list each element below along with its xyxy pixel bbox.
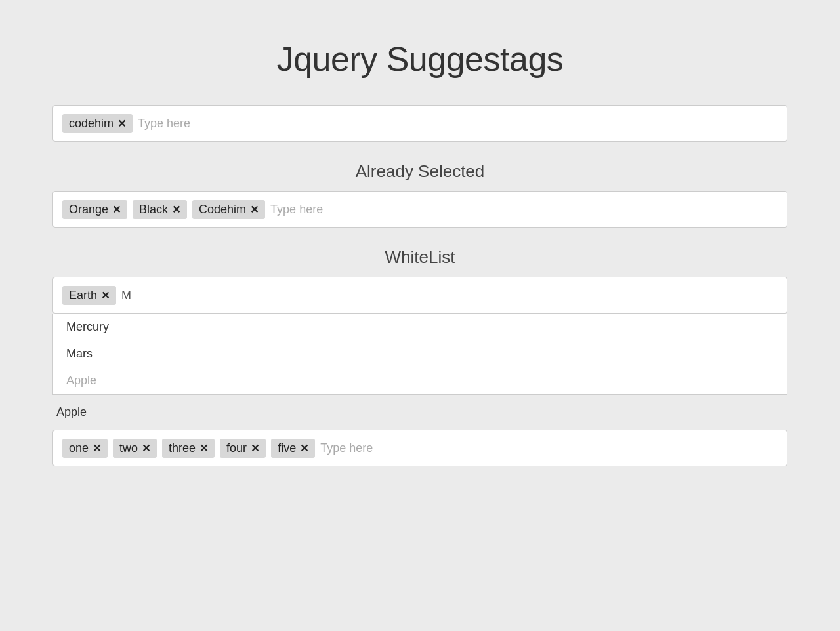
tag-black-label: Black <box>139 203 168 216</box>
tag-four: four ✕ <box>220 439 266 458</box>
section2: Already Selected Orange ✕ Black ✕ Codehi… <box>52 161 788 228</box>
tag-three-close[interactable]: ✕ <box>200 442 208 455</box>
tag-codehim-close[interactable]: ✕ <box>117 117 126 130</box>
tag-codehim2-close[interactable]: ✕ <box>250 203 259 216</box>
tag-three-label: three <box>169 441 196 455</box>
tag-earth: Earth ✕ <box>62 286 116 305</box>
tag-orange-label: Orange <box>69 203 108 216</box>
section1-placeholder: Type here <box>138 117 190 131</box>
dropdown-item-mercury[interactable]: Mercury <box>53 314 787 340</box>
tag-five-close[interactable]: ✕ <box>300 442 308 455</box>
tag-five: five ✕ <box>271 439 315 458</box>
tag-one-close[interactable]: ✕ <box>93 442 101 455</box>
tag-two: two ✕ <box>113 439 157 458</box>
section1: codehim ✕ Type here <box>52 105 788 142</box>
tag-codehim2-label: Codehim <box>199 203 246 216</box>
tag-orange-close[interactable]: ✕ <box>112 203 121 216</box>
tag-four-close[interactable]: ✕ <box>251 442 259 455</box>
section2-placeholder: Type here <box>270 203 323 216</box>
tag-two-label: two <box>119 441 138 455</box>
tag-codehim: codehim ✕ <box>62 114 133 133</box>
tag-five-label: five <box>278 441 296 455</box>
section3: WhiteList Earth ✕ M Mercury Mars Apple A… <box>52 247 788 423</box>
section2-label: Already Selected <box>52 161 788 182</box>
section4: one ✕ two ✕ three ✕ four ✕ five ✕ Type h… <box>52 430 788 466</box>
tag-two-close[interactable]: ✕ <box>142 442 150 455</box>
tag-one-label: one <box>69 441 89 455</box>
dropdown-item-mars[interactable]: Mars <box>53 340 787 367</box>
tag-codehim-label: codehim <box>69 117 114 131</box>
page-title: Jquery Suggestags <box>52 39 788 79</box>
tag-input-box-3[interactable]: Earth ✕ M <box>52 277 788 314</box>
tag-three: three ✕ <box>162 439 215 458</box>
tag-four-label: four <box>226 441 247 455</box>
tag-earth-close[interactable]: ✕ <box>101 289 110 302</box>
section4-placeholder: Type here <box>320 441 373 455</box>
tag-orange: Orange ✕ <box>62 200 127 219</box>
below-dropdown-text: Apple <box>52 395 788 423</box>
tag-black-close[interactable]: ✕ <box>172 203 180 216</box>
section3-label: WhiteList <box>52 247 788 268</box>
tag-codehim2: Codehim ✕ <box>192 200 265 219</box>
tag-one: one ✕ <box>62 439 108 458</box>
tag-black: Black ✕ <box>133 200 187 219</box>
tag-input-box-2[interactable]: Orange ✕ Black ✕ Codehim ✕ Type here <box>52 191 788 228</box>
dropdown-item-apple-faded[interactable]: Apple <box>53 367 787 394</box>
tag-earth-label: Earth <box>69 289 97 302</box>
tag-input-box-4[interactable]: one ✕ two ✕ three ✕ four ✕ five ✕ Type h… <box>52 430 788 466</box>
tag-input-box-1[interactable]: codehim ✕ Type here <box>52 105 788 142</box>
dropdown-list: Mercury Mars Apple <box>52 314 788 395</box>
section3-input-value: M <box>121 289 131 302</box>
